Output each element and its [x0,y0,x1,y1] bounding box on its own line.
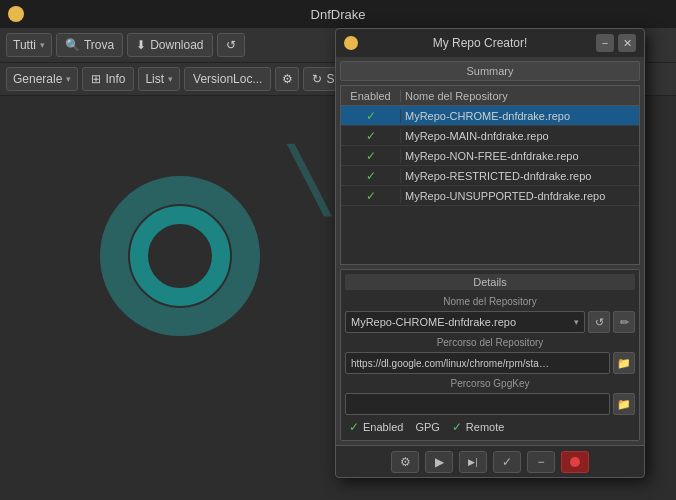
enabled-check-mark: ✓ [349,420,359,434]
repo-path-input[interactable]: https://dl.google.com/linux/chrome/rpm/s… [345,352,610,374]
modal-icon [344,36,358,50]
footer-check-button[interactable]: ✓ [493,451,521,473]
repo-path-label: Percorso del Repository [345,336,635,349]
gpg-key-browse-button[interactable]: 📁 [613,393,635,415]
repo-path-browse-button[interactable]: 📁 [613,352,635,374]
right-decoration: ╲ [290,146,326,216]
table-row[interactable]: ✓ MyRepo-CHROME-dnfdrake.repo [341,106,639,126]
repo-name-label: Nome del Repository [345,295,635,308]
suspend-icon: ↻ [312,72,322,86]
repo-name-edit-button[interactable]: ✏ [613,311,635,333]
app-title: DnfDrake [311,7,366,22]
repo-name-refresh-button[interactable]: ↺ [588,311,610,333]
info-button[interactable]: ⊞ Info [82,67,134,91]
row-enabled-check: ✓ [341,129,401,143]
list-label: List [145,72,164,86]
row-repo-name: MyRepo-NON-FREE-dnfdrake.repo [401,150,639,162]
table-row[interactable]: ✓ MyRepo-MAIN-dnfdrake.repo [341,126,639,146]
gpg-key-label: Percorso GpgKey [345,377,635,390]
info-label: Info [105,72,125,86]
category-label: Generale [13,72,62,86]
details-header: Details [345,274,635,290]
download-label: Download [150,38,203,52]
app-icon [8,6,24,22]
play-icon: ▶ [435,455,444,469]
table-header: Enabled Nome del Repository [341,86,639,106]
remote-check-mark: ✓ [452,420,462,434]
download-icon: ⬇ [136,38,146,52]
table-row[interactable]: ✓ MyRepo-UNSUPPORTED-dnfdrake.repo [341,186,639,206]
repo-path-field-row: https://dl.google.com/linux/chrome/rpm/s… [345,352,635,374]
settings-icon: ⚙ [400,455,411,469]
col-header-enabled: Enabled [341,90,401,102]
enabled-checkbox-item[interactable]: ✓ Enabled [349,420,403,434]
list-chevron-icon: ▾ [168,74,173,84]
row-repo-name: MyRepo-MAIN-dnfdrake.repo [401,130,639,142]
row-enabled-check: ✓ [341,109,401,123]
row-repo-name: MyRepo-UNSUPPORTED-dnfdrake.repo [401,190,639,202]
table-row[interactable]: ✓ MyRepo-NON-FREE-dnfdrake.repo [341,146,639,166]
list-select[interactable]: List ▾ [138,67,180,91]
settings-small-icon: ⚙ [282,72,293,86]
remote-label: Remote [466,421,505,433]
repo-name-select[interactable]: MyRepo-CHROME-dnfdrake.repo ▾ [345,311,585,333]
refresh-button[interactable]: ↺ [217,33,245,57]
modal-close-button[interactable]: ✕ [618,34,636,52]
app-title-bar: DnfDrake [0,0,676,28]
footer-record-button[interactable] [561,451,589,473]
minus-icon: − [537,455,544,469]
version-lock-button[interactable]: VersionLoc... [184,67,271,91]
gpg-checkbox-item[interactable]: GPG [415,421,439,433]
row-enabled-check: ✓ [341,169,401,183]
repo-path-value: https://dl.google.com/linux/chrome/rpm/s… [351,358,551,369]
decorative-circle [80,156,280,356]
footer-settings-button[interactable]: ⚙ [391,451,419,473]
info-icon: ⊞ [91,72,101,86]
table-row[interactable]: ✓ MyRepo-RESTRICTED-dnfdrake.repo [341,166,639,186]
search-label: Trova [84,38,114,52]
enabled-label: Enabled [363,421,403,433]
filter-label: Tutti [13,38,36,52]
modal-title-bar: My Repo Creator! − ✕ [336,29,644,57]
repo-name-value: MyRepo-CHROME-dnfdrake.repo [351,316,516,328]
footer-step-button[interactable]: ▶| [459,451,487,473]
remote-checkbox-item[interactable]: ✓ Remote [452,420,505,434]
row-repo-name: MyRepo-RESTRICTED-dnfdrake.repo [401,170,639,182]
circle-inner [130,206,230,306]
gpg-key-field-row: 📁 [345,393,635,415]
category-select[interactable]: Generale ▾ [6,67,78,91]
repo-name-field-row: MyRepo-CHROME-dnfdrake.repo ▾ ↺ ✏ [345,311,635,333]
summary-header: Summary [340,61,640,81]
modal-minimize-button[interactable]: − [596,34,614,52]
check-icon: ✓ [502,455,512,469]
version-lock-label: VersionLoc... [193,72,262,86]
col-header-name: Nome del Repository [401,90,639,102]
filter-chevron-icon: ▾ [40,40,45,50]
modal-footer: ⚙ ▶ ▶| ✓ − [336,445,644,477]
search-icon: 🔍 [65,38,80,52]
category-chevron-icon: ▾ [66,74,71,84]
modal-body: Summary Enabled Nome del Repository ✓ My… [336,57,644,445]
download-button[interactable]: ⬇ Download [127,33,212,57]
row-enabled-check: ✓ [341,189,401,203]
row-repo-name: MyRepo-CHROME-dnfdrake.repo [401,110,639,122]
refresh-icon: ↺ [226,38,236,52]
options-row: ✓ Enabled GPG ✓ Remote [345,418,635,436]
modal-title: My Repo Creator! [364,36,596,50]
details-section: Details Nome del Repository MyRepo-CHROM… [340,269,640,441]
settings-small-button[interactable]: ⚙ [275,67,299,91]
repo-creator-dialog: My Repo Creator! − ✕ Summary Enabled Nom… [335,28,645,478]
filter-select[interactable]: Tutti ▾ [6,33,52,57]
search-button[interactable]: 🔍 Trova [56,33,123,57]
repo-name-chevron-icon: ▾ [574,317,579,327]
step-icon: ▶| [468,457,477,467]
footer-play-button[interactable]: ▶ [425,451,453,473]
gpg-key-input[interactable] [345,393,610,415]
repos-table: Enabled Nome del Repository ✓ MyRepo-CHR… [340,85,640,265]
row-enabled-check: ✓ [341,149,401,163]
gpg-label: GPG [415,421,439,433]
footer-minus-button[interactable]: − [527,451,555,473]
